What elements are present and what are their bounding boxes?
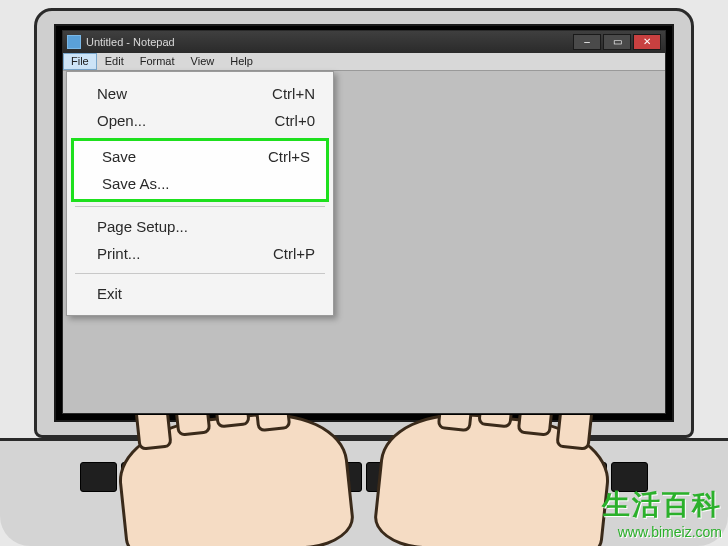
- hand-right: [371, 404, 614, 546]
- watermark-url: www.bimeiz.com: [602, 524, 722, 540]
- watermark: 生活百科 www.bimeiz.com: [602, 486, 722, 540]
- menu-item-save[interactable]: Save Ctrl+S: [74, 143, 326, 170]
- menu-help[interactable]: Help: [222, 53, 261, 70]
- menu-label: Open...: [97, 112, 275, 129]
- menu-item-open[interactable]: Open... Ctrl+0: [69, 107, 331, 134]
- window-title: Untitled - Notepad: [86, 36, 573, 48]
- menu-label: Page Setup...: [97, 218, 315, 235]
- menu-item-save-as[interactable]: Save As...: [74, 170, 326, 197]
- titlebar[interactable]: Untitled - Notepad – ▭ ✕: [63, 31, 665, 53]
- highlight-save-group: Save Ctrl+S Save As...: [71, 138, 329, 202]
- menu-shortcut: Ctrl+N: [272, 85, 315, 102]
- menu-file[interactable]: File: [63, 53, 97, 70]
- maximize-button[interactable]: ▭: [603, 34, 631, 50]
- menu-shortcut: Ctrl+0: [275, 112, 315, 129]
- menu-separator: [75, 206, 325, 207]
- menu-shortcut: Ctrl+S: [268, 148, 310, 165]
- close-button[interactable]: ✕: [633, 34, 661, 50]
- menu-label: Print...: [97, 245, 273, 262]
- menu-item-new[interactable]: New Ctrl+N: [69, 80, 331, 107]
- notepad-window: Untitled - Notepad – ▭ ✕ File Edit Forma…: [62, 30, 666, 414]
- menu-edit[interactable]: Edit: [97, 53, 132, 70]
- menu-item-print[interactable]: Print... Ctrl+P: [69, 240, 331, 267]
- menu-separator: [75, 273, 325, 274]
- menu-item-page-setup[interactable]: Page Setup...: [69, 213, 331, 240]
- menu-label: Save: [102, 148, 268, 165]
- minimize-button[interactable]: –: [573, 34, 601, 50]
- menu-label: Save As...: [102, 175, 310, 192]
- menu-format[interactable]: Format: [132, 53, 183, 70]
- window-controls: – ▭ ✕: [573, 34, 661, 50]
- watermark-main: 生活百科: [602, 486, 722, 524]
- hand-left: [113, 404, 356, 546]
- menu-item-exit[interactable]: Exit: [69, 280, 331, 307]
- menu-label: New: [97, 85, 272, 102]
- notepad-icon: [67, 35, 81, 49]
- menu-view[interactable]: View: [183, 53, 223, 70]
- menu-label: Exit: [97, 285, 315, 302]
- file-menu-dropdown: New Ctrl+N Open... Ctrl+0 Save Ctrl+S Sa…: [66, 71, 334, 316]
- menu-shortcut: Ctrl+P: [273, 245, 315, 262]
- menubar: File Edit Format View Help: [63, 53, 665, 71]
